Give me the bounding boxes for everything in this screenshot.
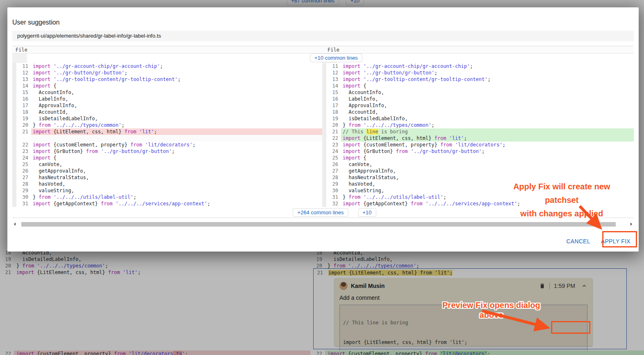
gutter-strip bbox=[322, 194, 326, 200]
line-number: 21 bbox=[16, 128, 31, 135]
code-line: } from '../../../utils/label-util'; bbox=[31, 194, 322, 200]
diff-row: 12import '../gr-button/gr-button'; bbox=[322, 70, 634, 76]
diff-row: 12import '../gr-button/gr-button'; bbox=[12, 70, 322, 76]
diff-row: 15 AccountInfo, bbox=[12, 89, 322, 96]
code-line: isDetailedLabelInfo, bbox=[341, 115, 634, 122]
code-line: import { bbox=[341, 155, 634, 161]
diff-row: 28 hasNeutralStatus, bbox=[322, 174, 634, 181]
code-line: canVote, bbox=[341, 161, 634, 168]
code-line: import {GrButton} from '../gr-button/gr-… bbox=[31, 148, 322, 155]
expander-10-common-lines[interactable]: +10 common lines bbox=[310, 54, 362, 62]
diff-row: 21// This line is boring bbox=[322, 128, 634, 135]
diff-row: 13import '../gr-tooltip-content/gr-toolt… bbox=[12, 76, 322, 83]
line-number: 19 bbox=[326, 115, 341, 122]
line-number: 21 bbox=[326, 128, 341, 135]
gutter-strip bbox=[12, 148, 16, 155]
code-line: AccountId, bbox=[31, 109, 322, 115]
line-number: 15 bbox=[326, 89, 341, 96]
line-number: 24 bbox=[326, 148, 341, 155]
diff-row: 23import {GrButton} from '../gr-button/g… bbox=[12, 148, 322, 155]
code-line: hasNeutralStatus, bbox=[31, 174, 322, 181]
diff-file-header: File File bbox=[12, 46, 634, 54]
line-number: 13 bbox=[326, 76, 341, 83]
line-number: 29 bbox=[16, 187, 31, 194]
line-number: 14 bbox=[16, 83, 31, 89]
line-number: 28 bbox=[326, 174, 341, 181]
gutter-strip bbox=[322, 142, 326, 148]
code-line: import '../gr-button/gr-button'; bbox=[31, 70, 322, 76]
line-number: 18 bbox=[326, 109, 341, 115]
line-number: 17 bbox=[16, 102, 31, 109]
line-number: 22 bbox=[326, 135, 341, 142]
gutter-strip bbox=[322, 96, 326, 102]
diff-row: 23import {customElement, property} from … bbox=[322, 142, 634, 148]
line-number: 29 bbox=[326, 181, 341, 187]
diff-table: File File +10 common lines 11import '../… bbox=[12, 46, 634, 218]
dialog-title: User suggestion bbox=[12, 19, 60, 26]
expander-264-common-lines[interactable]: +264 common lines bbox=[293, 208, 348, 217]
scroll-right-arrow[interactable] bbox=[630, 222, 634, 226]
apply-fix-button[interactable]: APPLY FIX bbox=[601, 238, 630, 245]
gutter-strip bbox=[322, 187, 326, 194]
diff-row: 17 ApprovalInfo, bbox=[12, 102, 322, 109]
diff-row: 26 canVote, bbox=[322, 161, 634, 168]
line-number: 31 bbox=[326, 194, 341, 200]
line-number: 25 bbox=[16, 161, 31, 168]
gutter-strip bbox=[12, 161, 16, 168]
line-number: 18 bbox=[16, 109, 31, 115]
gutter-strip bbox=[12, 109, 16, 115]
gutter-strip bbox=[322, 135, 326, 142]
line-number: 12 bbox=[326, 70, 341, 76]
code-line: } from '../../../types/common'; bbox=[31, 122, 322, 128]
code-line: import '../gr-button/gr-button'; bbox=[341, 70, 634, 76]
code-line: import {LitElement, css, html} from 'lit… bbox=[31, 128, 322, 135]
gutter-strip bbox=[12, 187, 16, 194]
diff-row: 22import {customElement, property} from … bbox=[12, 142, 322, 148]
line-number: 20 bbox=[16, 122, 31, 128]
diff-row: 30 valueString, bbox=[322, 187, 634, 194]
line-number: 16 bbox=[326, 96, 341, 102]
code-line: LabelInfo, bbox=[31, 96, 322, 102]
line-number: 17 bbox=[326, 102, 341, 109]
gutter-strip bbox=[12, 83, 16, 89]
diff-row: 29 hasVoted, bbox=[322, 181, 634, 187]
line-number: 31 bbox=[16, 200, 31, 207]
scrollbar-thumb[interactable] bbox=[21, 222, 616, 227]
diff-row: 24import {GrButton} from '../gr-button/g… bbox=[322, 148, 634, 155]
diff-row: 30} from '../../../utils/label-util'; bbox=[12, 194, 322, 200]
scroll-left-arrow[interactable] bbox=[12, 222, 16, 226]
horizontal-scrollbar[interactable] bbox=[12, 222, 634, 227]
cancel-button[interactable]: CANCEL bbox=[566, 238, 590, 245]
line-number: 26 bbox=[326, 161, 341, 168]
gutter-strip bbox=[12, 96, 16, 102]
code-line: valueString, bbox=[341, 187, 634, 194]
code-line: import { bbox=[31, 83, 322, 89]
gutter-strip bbox=[322, 155, 326, 161]
diff-row: 15 AccountInfo, bbox=[322, 89, 634, 96]
diff-row: 14import { bbox=[322, 83, 634, 89]
code-line: } from '../../../types/common'; bbox=[341, 122, 634, 128]
diff-row: 16 LabelInfo, bbox=[322, 96, 634, 102]
code-line: } from '../../../utils/label-util'; bbox=[341, 194, 634, 200]
diff-row: 20} from '../../../types/common'; bbox=[12, 122, 322, 128]
line-number: 13 bbox=[16, 76, 31, 83]
gutter-strip bbox=[322, 109, 326, 115]
expander-plus-10-bottom[interactable]: +10 bbox=[358, 208, 376, 217]
code-line: import {GrButton} from '../gr-button/gr-… bbox=[341, 148, 634, 155]
line-number: 11 bbox=[16, 63, 31, 70]
diff-row: 11import '../gr-account-chip/gr-account-… bbox=[12, 63, 322, 70]
code-line: import '../gr-account-chip/gr-account-ch… bbox=[341, 63, 634, 70]
gutter-strip bbox=[12, 115, 16, 122]
line-number: 30 bbox=[16, 194, 31, 200]
diff-row bbox=[12, 135, 322, 142]
code-line: import '../gr-tooltip-content/gr-tooltip… bbox=[341, 76, 634, 83]
gutter-strip bbox=[322, 200, 326, 207]
line-number: 25 bbox=[326, 155, 341, 161]
diff-row: 22import {LitElement, css, html} from 'l… bbox=[322, 135, 634, 142]
gutter-strip bbox=[322, 174, 326, 181]
code-line: valueString, bbox=[31, 187, 322, 194]
diff-row: 31} from '../../../utils/label-util'; bbox=[322, 194, 634, 200]
code-line: import {customElement, property} from 'l… bbox=[341, 142, 634, 148]
line-number: 22 bbox=[16, 142, 31, 148]
diff-row: 28 hasVoted, bbox=[12, 181, 322, 187]
